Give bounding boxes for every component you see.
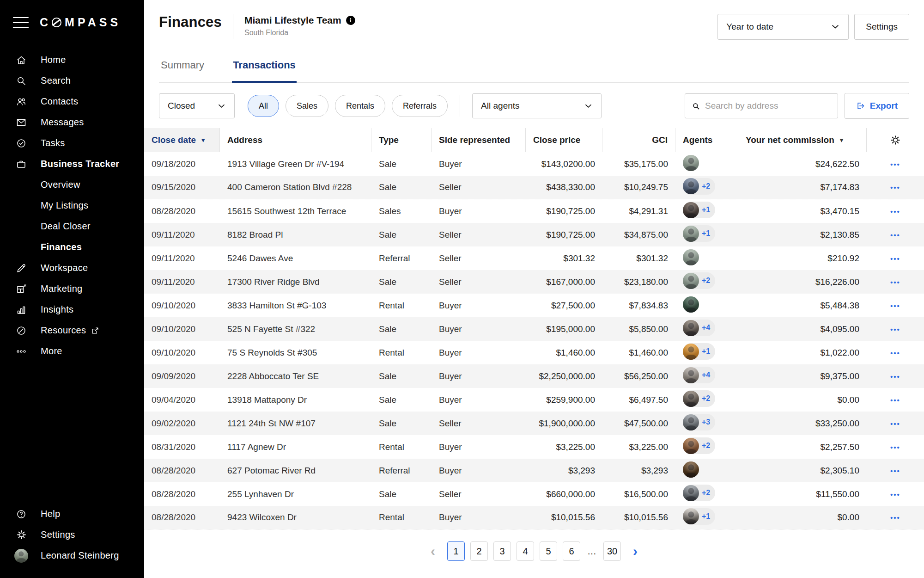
row-actions-button[interactable]: •••	[890, 208, 900, 215]
filter-pill-rentals[interactable]: Rentals	[335, 95, 385, 117]
table-row[interactable]: 08/31/2020 1117 Agnew Dr Rental Buyer $3…	[144, 435, 924, 459]
pagination-page-5[interactable]: 5	[540, 541, 557, 561]
settings-button[interactable]: Settings	[854, 14, 909, 40]
agent-chip[interactable]	[683, 249, 699, 265]
table-row[interactable]: 09/11/2020 5246 Dawes Ave Referral Selle…	[144, 246, 924, 270]
row-actions-button[interactable]: •••	[890, 467, 900, 475]
column-header-close-date[interactable]: Close date▾	[144, 128, 220, 152]
hamburger-menu-icon[interactable]	[13, 17, 29, 28]
agent-chip[interactable]: +4	[683, 367, 715, 383]
sidebar-item-tasks[interactable]: Tasks	[0, 133, 144, 154]
agent-chip[interactable]: +2	[683, 437, 715, 454]
row-actions-button[interactable]: •••	[890, 514, 900, 522]
date-range-select[interactable]: Year to date	[717, 14, 849, 40]
row-actions-button[interactable]: •••	[890, 160, 900, 168]
filter-pill-all[interactable]: All	[248, 95, 279, 117]
sidebar-item-contacts[interactable]: Contacts	[0, 91, 144, 112]
pagination-next-button[interactable]: ›	[631, 544, 639, 558]
info-icon[interactable]: i	[346, 16, 355, 25]
sidebar-item-insights[interactable]: Insights	[0, 299, 144, 320]
cell-gci: $56,250.00	[602, 371, 675, 381]
row-actions-button[interactable]: •••	[890, 443, 900, 451]
row-actions-button[interactable]: •••	[890, 302, 900, 310]
pagination-page-4[interactable]: 4	[517, 541, 534, 561]
filter-pill-sales[interactable]: Sales	[286, 95, 328, 117]
sidebar-item-messages[interactable]: Messages	[0, 112, 144, 133]
column-header-net-commission[interactable]: Your net commission▾	[738, 128, 867, 152]
row-actions-button[interactable]: •••	[890, 349, 900, 357]
status-select[interactable]: Closed	[159, 93, 235, 118]
column-settings-gear-icon[interactable]	[867, 128, 924, 152]
export-button[interactable]: Export	[845, 93, 909, 119]
table-row[interactable]: 09/09/2020 2228 Abboccato Ter SE Sale Bu…	[144, 364, 924, 388]
cell-gci: $10,015.56	[602, 512, 675, 523]
table-row[interactable]: 09/18/2020 1913 Village Green Dr #V-194 …	[144, 152, 924, 176]
table-row[interactable]: 09/02/2020 1121 24th St NW #107 Sale Sel…	[144, 412, 924, 435]
pagination-page-2[interactable]: 2	[470, 541, 488, 561]
table-row[interactable]: 08/28/2020 9423 Wilcoxen Dr Rental Buyer…	[144, 506, 924, 529]
table-row[interactable]: 09/11/2020 8182 Broad Pl Sale Seller $19…	[144, 223, 924, 246]
cell-actions: •••	[867, 159, 924, 169]
row-actions-button[interactable]: •••	[890, 231, 900, 239]
agent-chip[interactable]: +2	[683, 178, 715, 195]
cell-net-commission: $2,130.85	[738, 230, 867, 240]
table-row[interactable]: 09/10/2020 75 S Reynolds St #305 Rental …	[144, 341, 924, 364]
sidebar-item-profile[interactable]: Leonard Steinberg	[0, 545, 144, 566]
search-input[interactable]	[705, 101, 831, 111]
row-actions-button[interactable]: •••	[890, 420, 900, 428]
sidebar-item-finances[interactable]: Finances	[0, 237, 144, 258]
table-row[interactable]: 09/10/2020 525 N Fayette St #322 Sale Bu…	[144, 317, 924, 341]
sidebar-item-home[interactable]: Home	[0, 49, 144, 70]
row-actions-button[interactable]: •••	[890, 326, 900, 333]
table-row[interactable]: 08/28/2020 255 Lynhaven Dr Sale Seller $…	[144, 482, 924, 506]
row-actions-button[interactable]: •••	[890, 184, 900, 191]
row-actions-button[interactable]: •••	[890, 373, 900, 381]
pagination-page-6[interactable]: 6	[563, 541, 580, 561]
cell-close-price: $190,725.00	[526, 206, 602, 216]
sidebar-item-more[interactable]: More	[0, 341, 144, 362]
sidebar-item-settings[interactable]: Settings	[0, 524, 144, 545]
pagination-prev-button[interactable]: ‹	[429, 544, 437, 558]
table-row[interactable]: 08/28/2020 15615 Southwest 12th Terrace …	[144, 199, 924, 223]
tab-summary[interactable]: Summary	[160, 55, 205, 82]
table-row[interactable]: 09/10/2020 3833 Hamilton St #G-103 Renta…	[144, 294, 924, 317]
agent-chip[interactable]: +4	[683, 320, 715, 336]
sidebar-item-my-listings[interactable]: My Listings	[0, 195, 144, 216]
agent-chip[interactable]: +3	[683, 414, 715, 430]
agent-chip[interactable]: +1	[683, 202, 715, 218]
filter-pill-referrals[interactable]: Referrals	[392, 95, 448, 117]
row-actions-button[interactable]: •••	[890, 278, 900, 286]
sidebar-item-business-tracker[interactable]: Business Tracker	[0, 154, 144, 174]
agent-chip[interactable]: +2	[683, 272, 715, 289]
sidebar-item-resources[interactable]: Resources	[0, 320, 144, 341]
sidebar-item-overview[interactable]: Overview	[0, 174, 144, 195]
table-row[interactable]: 08/28/2020 627 Potomac River Rd Referral…	[144, 459, 924, 482]
tab-transactions[interactable]: Transactions	[232, 55, 297, 82]
pagination-page-3[interactable]: 3	[493, 541, 511, 561]
table-row[interactable]: 09/15/2020 400 Cameron Station Blvd #228…	[144, 176, 924, 199]
agent-chip[interactable]	[683, 154, 699, 171]
agent-chip[interactable]	[683, 461, 699, 478]
cell-type: Rental	[371, 512, 432, 523]
agent-chip[interactable]: +1	[683, 343, 715, 360]
sidebar-item-deal-closer[interactable]: Deal Closer	[0, 216, 144, 237]
sidebar-item-workspace[interactable]: Workspace	[0, 258, 144, 278]
agents-select[interactable]: All agents	[472, 93, 602, 118]
row-actions-button[interactable]: •••	[890, 396, 900, 404]
sidebar-item-search[interactable]: Search	[0, 70, 144, 91]
agent-chip[interactable]: +1	[683, 225, 715, 242]
pagination-page-1[interactable]: 1	[447, 541, 465, 561]
sidebar-item-marketing[interactable]: Marketing	[0, 278, 144, 299]
row-actions-button[interactable]: •••	[890, 255, 900, 263]
agent-chip[interactable]	[683, 296, 699, 313]
table-row[interactable]: 09/11/2020 17300 River Ridge Blvd Sale S…	[144, 270, 924, 294]
agent-chip[interactable]: +1	[683, 508, 715, 525]
cell-type: Referral	[371, 253, 432, 264]
pagination-page-30[interactable]: 30	[603, 541, 621, 561]
sidebar-item-help[interactable]: Help	[0, 504, 144, 524]
agent-chip[interactable]: +2	[683, 485, 715, 501]
row-actions-button[interactable]: •••	[890, 491, 900, 498]
agent-chip[interactable]: +2	[683, 390, 715, 407]
cell-agents: +1	[675, 225, 738, 244]
table-row[interactable]: 09/04/2020 13918 Mattapony Dr Sale Buyer…	[144, 388, 924, 412]
